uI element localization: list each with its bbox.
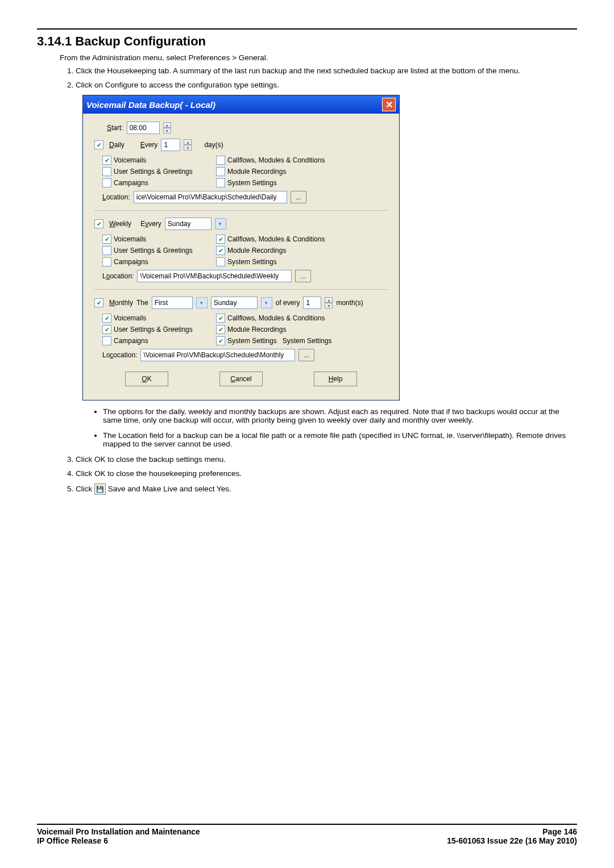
daily-location-row: Location: ice\Voicemail Pro\VM\Backup\Sc… xyxy=(102,191,388,203)
cancel-button[interactable]: Cancel xyxy=(219,372,263,386)
ok-button[interactable]: OK xyxy=(125,372,168,386)
steps-list-cont: Click OK to close the backup settings me… xyxy=(60,455,577,495)
weekly-callflows-checkbox[interactable]: ✔ xyxy=(216,235,225,244)
daily-systemsettings-checkbox[interactable] xyxy=(216,178,225,187)
daily-every-spinner[interactable]: ▲▼ xyxy=(184,139,192,151)
monthly-count-input[interactable]: 1 xyxy=(303,297,321,309)
monthly-voicemails-label: Voicemails xyxy=(114,314,146,322)
daily-voicemails-label: Voicemails xyxy=(114,156,146,164)
daily-callflows-checkbox[interactable] xyxy=(216,156,225,165)
weekly-modulerec-checkbox[interactable]: ✔ xyxy=(216,246,225,255)
start-time-input[interactable]: 08:00 xyxy=(127,122,160,134)
step-1: Click the Housekeeping tab. A summary of… xyxy=(76,66,577,75)
weekly-voicemails-checkbox[interactable]: ✔ xyxy=(102,235,111,244)
monthly-options: ✔Voicemails ✔Callflows, Modules & Condit… xyxy=(102,314,388,345)
monthly-modulerec-checkbox[interactable]: ✔ xyxy=(216,325,225,334)
footer-left-1: Voicemail Pro Installation and Maintenan… xyxy=(37,827,200,836)
daily-voicemails-checkbox[interactable]: ✔ xyxy=(102,156,111,165)
daily-options: ✔Voicemails Callflows, Modules & Conditi… xyxy=(102,156,388,187)
daily-campaigns-checkbox[interactable] xyxy=(102,178,111,187)
monthly-location-input[interactable]: \Voicemail Pro\VM\Backup\Scheduled\Month… xyxy=(140,349,295,361)
monthly-ord-dropdown-icon[interactable]: ▾ xyxy=(196,297,208,308)
weekly-label: Weekly xyxy=(109,220,131,228)
daily-checkbox[interactable]: ✔ xyxy=(94,140,103,149)
monthly-checkbox[interactable]: ✔ xyxy=(94,298,103,307)
daily-systemsettings-label: System Settings xyxy=(227,179,277,187)
daily-usersettings-label: User Settings & Greetings xyxy=(114,168,193,176)
steps-list: Click the Housekeeping tab. A summary of… xyxy=(60,66,577,89)
monthly-months-label: month(s) xyxy=(336,299,363,307)
weekly-options: ✔Voicemails ✔Callflows, Modules & Condit… xyxy=(102,235,388,266)
weekly-every-label: Evvery xyxy=(140,220,161,228)
daily-modulerec-label: Module Recordings xyxy=(227,168,286,176)
monthly-day-dropdown-icon[interactable]: ▾ xyxy=(261,297,272,308)
monthly-callflows-checkbox[interactable]: ✔ xyxy=(216,314,225,323)
weekly-location-label: Loocation: xyxy=(102,272,134,280)
monthly-systemsettings-extra: System Settings xyxy=(283,337,332,345)
monthly-voicemails-checkbox[interactable]: ✔ xyxy=(102,314,111,323)
weekly-voicemails-label: Voicemails xyxy=(114,235,146,243)
step-2: Click on Configure to access the configu… xyxy=(76,81,577,89)
monthly-modulerec-label: Module Recordings xyxy=(227,326,286,333)
start-row: Start: 08:00 ▲▼ xyxy=(107,122,388,134)
weekly-usersettings-checkbox[interactable] xyxy=(102,246,111,255)
close-icon[interactable]: ✕ xyxy=(382,98,396,111)
monthly-systemsettings-checkbox[interactable]: ✔ xyxy=(216,336,225,345)
weekly-campaigns-checkbox[interactable] xyxy=(102,257,111,266)
footer-left-2: IP Office Release 6 xyxy=(37,836,108,845)
monthly-campaigns-label: Campaigns xyxy=(114,337,148,345)
step-4: Click OK to close the housekeeping prefe… xyxy=(76,469,577,478)
monthly-location-row: Lococation: \Voicemail Pro\VM\Backup\Sch… xyxy=(102,349,388,361)
daily-usersettings-checkbox[interactable] xyxy=(102,167,111,176)
section-heading: 3.14.1 Backup Configuration xyxy=(37,34,577,49)
monthly-callflows-label: Callflows, Modules & Conditions xyxy=(227,314,325,322)
monthly-usersettings-checkbox[interactable]: ✔ xyxy=(102,325,111,334)
monthly-systemsettings-label: System Settings xyxy=(227,337,277,345)
monthly-ofevery-label: of every xyxy=(276,299,300,307)
start-spinner[interactable]: ▲▼ xyxy=(163,122,171,133)
weekly-header-row: ✔ Weekly Evvery Sunday ▾ xyxy=(94,218,388,230)
weekly-campaigns-label: Campaigns xyxy=(114,258,148,266)
help-button[interactable]: Help xyxy=(314,372,357,386)
monthly-the-label: The xyxy=(136,299,148,307)
step-3: Click OK to close the backup settings me… xyxy=(76,455,577,464)
dialog-title: Voicemail Data Backup( - Local) xyxy=(86,100,215,110)
monthly-campaigns-checkbox[interactable] xyxy=(102,336,111,345)
weekly-checkbox[interactable]: ✔ xyxy=(94,219,103,228)
daily-location-label: Location: xyxy=(102,193,130,201)
monthly-location-label: Lococation: xyxy=(102,351,137,359)
note-1: The options for the daily, weekly and mo… xyxy=(103,407,577,424)
daily-callflows-label: Callflows, Modules & Conditions xyxy=(227,156,325,164)
daily-modulerec-checkbox[interactable] xyxy=(216,167,225,176)
start-label: Start: xyxy=(107,124,123,132)
monthly-usersettings-label: User Settings & Greetings xyxy=(114,326,193,333)
backup-dialog: Voicemail Data Backup( - Local) ✕ Start:… xyxy=(82,95,400,400)
daily-every-value[interactable]: 1 xyxy=(161,139,180,151)
monthly-day-combo[interactable]: Sunday xyxy=(211,297,258,309)
daily-location-input[interactable]: ice\Voicemail Pro\VM\Backup\Scheduled\Da… xyxy=(134,191,287,203)
daily-campaigns-label: Campaigns xyxy=(114,179,148,187)
monthly-ord-combo[interactable]: First xyxy=(152,297,193,309)
note-2: The Location field for a backup can be a… xyxy=(103,431,577,448)
dialog-titlebar: Voicemail Data Backup( - Local) ✕ xyxy=(83,95,399,114)
save-make-live-icon: 💾 xyxy=(94,483,106,495)
weekly-systemsettings-checkbox[interactable] xyxy=(216,257,225,266)
daily-header-row: ✔ Daily Every 1 ▲▼ day(s) xyxy=(94,139,388,151)
weekly-location-row: Loocation: \Voicemail Pro\VM\Backup\Sche… xyxy=(102,270,388,282)
daily-every-label: Every xyxy=(140,141,158,149)
top-rule xyxy=(37,28,577,30)
monthly-browse-button[interactable]: ... xyxy=(298,349,314,361)
monthly-label: Monthly xyxy=(109,299,133,307)
notes-list: The options for the daily, weekly and mo… xyxy=(87,407,577,448)
footer-right-1: Page 146 xyxy=(542,827,577,836)
daily-browse-button[interactable]: ... xyxy=(291,191,306,203)
monthly-count-spinner[interactable]: ▲▼ xyxy=(325,297,333,308)
page-footer: Voicemail Pro Installation and Maintenan… xyxy=(37,824,577,845)
weekly-usersettings-label: User Settings & Greetings xyxy=(114,247,193,254)
weekly-browse-button[interactable]: ... xyxy=(295,270,311,282)
intro-text: From the Administration menu, select Pre… xyxy=(60,53,577,62)
daily-days-label: day(s) xyxy=(204,141,223,149)
weekly-location-input[interactable]: \Voicemail Pro\VM\Backup\Scheduled\Weekl… xyxy=(137,270,292,282)
weekly-day-dropdown-icon[interactable]: ▾ xyxy=(215,218,226,229)
weekly-day-combo[interactable]: Sunday xyxy=(165,218,211,230)
